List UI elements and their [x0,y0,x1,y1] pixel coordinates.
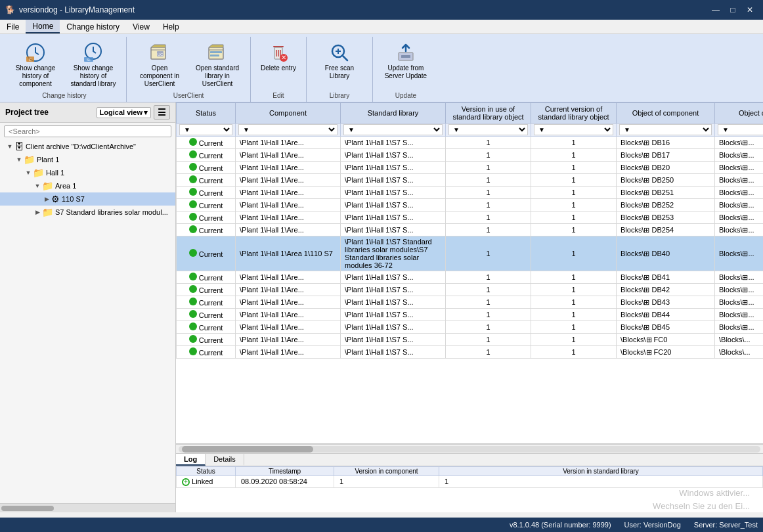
tree-node-s7-std-lib[interactable]: ▶ 📁 S7 Standard libraries solar modul... [0,206,175,219]
table-row[interactable]: Current\Plant 1\Hall 1\Are...\Plant 1\Ha… [177,296,764,309]
col-header-obj-component[interactable]: Object of component [617,103,715,123]
log-tabs: Log Details [176,454,763,466]
table-row[interactable]: Current\Plant 1\Hall 1\Are...\Plant 1\Ha… [177,211,764,224]
left-panel-scrollbar-h[interactable] [0,503,175,512]
table-row[interactable]: Current\Plant 1\Hall 1\Are...\Plant 1\Ha… [177,162,764,174]
cell-obj-standard: Blocks\⊞... [715,187,764,199]
cell-obj-standard: Blocks\⊞... [715,174,764,187]
menu-change-history[interactable]: Change history [60,20,126,33]
table-row[interactable]: Current\Plant 1\Hall 1\Are...\Plant 1\Ha… [177,271,764,284]
show-change-history-component-label: Show change history of component [12,64,58,88]
cell-library: \Plant 1\Hall 1\S7 S... [341,211,446,224]
left-scrollbar-thumb[interactable] [1,506,54,511]
col-filter-status[interactable]: ▼ [177,123,236,137]
update-from-server-button[interactable]: Update from Server Update [378,39,433,83]
table-row[interactable]: Current\Plant 1\Hall 1\Are...\Plant 1\Ha… [177,187,764,199]
menu-home[interactable]: Home [26,20,60,33]
col-header-version-current[interactable]: Current version of standard library obje… [531,103,617,123]
table-scrollbar-horizontal[interactable] [176,444,763,453]
table-row[interactable]: Current\Plant 1\Hall 1\Are...\Plant 1\Ha… [177,199,764,211]
delete-entry-button[interactable]: ✕ Delete entry [256,39,301,75]
tree-toggle-110s7[interactable]: ▶ [42,196,51,202]
tree-toggle-hall1[interactable]: ▼ [24,169,33,176]
tree-toggle-plant1[interactable]: ▼ [14,156,24,163]
minimize-button[interactable]: — [708,3,724,16]
tree-node-hall1[interactable]: ▼ 📁 Hall 1 [0,166,175,179]
log-cell-version-library: 1 [439,476,763,488]
cell-obj-standard: \Blocks\... [715,346,764,359]
view-selector[interactable]: Logical view ▾ [97,107,151,118]
cell-library: \Plant 1\Hall 1\S7 S... [341,334,446,346]
cell-version-current: 1 [531,346,617,359]
tree-view-icon[interactable]: ☰ [154,105,170,120]
close-button[interactable]: ✕ [742,3,758,16]
tree-node-plant1[interactable]: ▼ 📁 Plant 1 [0,153,175,166]
table-row[interactable]: Current\Plant 1\Hall 1\Are...\Plant 1\Ha… [177,174,764,187]
table-row[interactable]: Current\Plant 1\Hall 1\Are...\Plant 1\Ha… [177,321,764,334]
tree-toggle-client-archive[interactable]: ▼ [5,143,14,150]
details-tab[interactable]: Details [206,454,244,466]
cell-component: \Plant 1\Hall 1\Are... [236,334,341,346]
table-row[interactable]: Current\Plant 1\Hall 1\Are...\Plant 1\Ha… [177,334,764,346]
col-filter-component[interactable]: ▼ [236,123,341,137]
log-cell-timestamp: 08.09.2020 08:58:24 [236,476,334,488]
log-col-version-library: Version in standard library [439,467,763,476]
cell-version-current: 1 [531,309,617,321]
cell-obj-standard: Blocks\⊞... [715,309,764,321]
cell-obj-component: Blocks\⊞ DB44 [617,309,715,321]
col-header-status[interactable]: Status [177,103,236,123]
col-filter-obj-standard[interactable]: ▼ [715,123,764,137]
show-change-history-component-button[interactable]: C Show change history of component [8,39,63,91]
maximize-button[interactable]: □ [725,3,741,16]
log-col-timestamp: Timestamp [236,467,334,476]
110s7-icon: ⚙ [51,194,60,204]
main-area: Project tree Logical view ▾ ☰ ▼ 🗄 Client… [0,102,763,512]
svg-text:SL: SL [87,58,91,62]
table-row[interactable]: Current\Plant 1\Hall 1\Are...\Plant 1\Ha… [177,346,764,359]
show-change-history-std-lib-button[interactable]: SL Show change history of standard libra… [66,39,121,91]
open-component-userclient-button[interactable]: UC Open component in UserClient [132,39,187,91]
menu-view[interactable]: View [126,20,156,33]
search-input[interactable] [4,125,171,137]
table-row[interactable]: Current\Plant 1\Hall 1\Are...\Plant 1\Ha… [177,149,764,162]
log-tab[interactable]: Log [176,454,206,466]
chevron-down-icon: ▾ [144,108,148,117]
change-history-component-icon: C [25,42,46,63]
col-filter-version-current[interactable]: ▼ [531,123,617,137]
col-header-obj-standard[interactable]: Object of stan... [715,103,764,123]
menu-file[interactable]: File [0,20,26,33]
cell-library: \Plant 1\Hall 1\S7 S... [341,309,446,321]
col-header-component[interactable]: Component [236,103,341,123]
update-from-server-icon [395,42,416,63]
table-row[interactable]: Current\Plant 1\Hall 1\Are...\Plant 1\Ha… [177,224,764,236]
col-header-std-library[interactable]: Standard library [341,103,446,123]
cell-library: \Plant 1\Hall 1\S7 S... [341,174,446,187]
cell-version-use: 1 [446,149,531,162]
col-filter-obj-component[interactable]: ▼ [617,123,715,137]
tree-node-area1[interactable]: ▼ 📁 Area 1 [0,179,175,192]
library-group-label: Library [312,91,367,102]
table-row[interactable]: Current\Plant 1\Hall 1\Area 1\110 S7\Pla… [177,236,764,271]
cell-obj-standard: Blocks\⊞... [715,271,764,284]
table-row[interactable]: Current\Plant 1\Hall 1\Are...\Plant 1\Ha… [177,309,764,321]
tree-node-client-archive[interactable]: ▼ 🗄 Client archive "D:\vdClientArchive" [0,140,175,153]
cell-version-use: 1 [446,162,531,174]
col-filter-version-use[interactable]: ▼ [446,123,531,137]
tree-node-110s7[interactable]: ▶ ⚙ 110 S7 [0,192,175,206]
col-filter-library[interactable]: ▼ [341,123,446,137]
tree-toggle-area1[interactable]: ▼ [33,183,42,189]
table-row[interactable]: Current\Plant 1\Hall 1\Are...\Plant 1\Ha… [177,284,764,296]
tree-toggle-s7-std-lib[interactable]: ▶ [33,209,42,215]
client-archive-icon: 🗄 [14,141,24,152]
open-standard-library-userclient-button[interactable]: Open standard library in UserClient [190,39,245,91]
svg-rect-10 [210,51,222,53]
table-row[interactable]: Current\Plant 1\Hall 1\Are...\Plant 1\Ha… [177,137,764,149]
free-scan-button[interactable]: Free scan Library [312,39,367,83]
data-table-area[interactable]: Status Component Standard library Versio… [176,102,763,444]
cell-status: Current [177,321,236,334]
cell-version-current: 1 [531,321,617,334]
scrollbar-thumb[interactable] [182,446,313,453]
menu-help[interactable]: Help [156,20,186,33]
open-standard-library-icon [207,42,228,63]
col-header-version-use[interactable]: Version in use of standard library objec… [446,103,531,123]
